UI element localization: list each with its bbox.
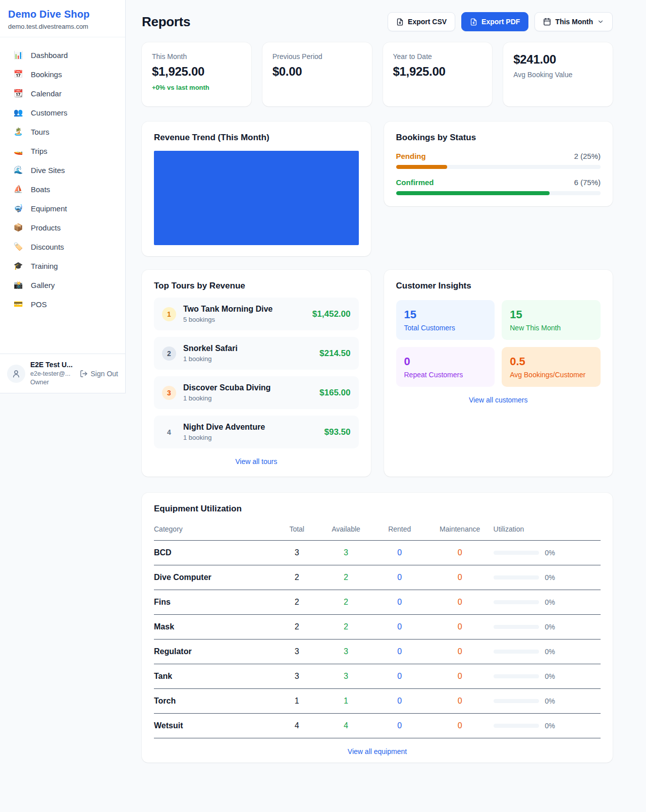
cell-utilization: 0% bbox=[494, 590, 601, 615]
col-header-rented: Rented bbox=[373, 519, 426, 541]
cell-total: 3 bbox=[275, 664, 319, 689]
tour-row: 1 Two Tank Morning Dive 5 bookings $1,45… bbox=[154, 298, 359, 330]
utilization-percent: 0% bbox=[545, 697, 555, 705]
stat-card-this-month: This Month $1,925.00 +0% vs last month bbox=[142, 42, 251, 106]
view-all-tours-link[interactable]: View all tours bbox=[154, 457, 359, 466]
sidebar-item-equipment[interactable]: 🤿Equipment bbox=[0, 199, 125, 218]
rank-badge: 4 bbox=[162, 425, 176, 439]
cell-maintenance: 0 bbox=[426, 640, 494, 664]
cell-available: 3 bbox=[319, 640, 372, 664]
cell-total: 3 bbox=[275, 640, 319, 664]
status-count: 2 (25%) bbox=[574, 152, 601, 160]
table-row: Dive Computer 2 2 0 0 0% bbox=[154, 565, 601, 590]
export-csv-button[interactable]: Export CSV bbox=[388, 12, 455, 31]
sidebar-item-customers[interactable]: 👥Customers bbox=[0, 103, 125, 122]
sidebar-item-label: Dashboard bbox=[31, 51, 68, 60]
cell-maintenance: 0 bbox=[426, 565, 494, 590]
cell-available: 1 bbox=[319, 689, 372, 714]
bookings-by-status-card: Bookings by Status Pending 2 (25%) Confi… bbox=[384, 122, 613, 206]
sidebar-item-label: Dive Sites bbox=[31, 166, 65, 175]
status-label: Confirmed bbox=[396, 178, 434, 187]
sidebar-item-label: Trips bbox=[31, 147, 47, 155]
insight-tile-repeat-customers: 0 Repeat Customers bbox=[396, 347, 495, 387]
cell-rented: 0 bbox=[373, 689, 426, 714]
cell-available: 2 bbox=[319, 615, 372, 640]
insight-label: New This Month bbox=[510, 324, 593, 332]
stat-label: This Month bbox=[152, 52, 241, 61]
insight-value: 0.5 bbox=[510, 355, 593, 368]
export-pdf-button[interactable]: Export PDF bbox=[461, 12, 528, 31]
stat-label: Avg Booking Value bbox=[513, 71, 603, 79]
equipment-utilization-card: Equipment Utilization Category Total Ava… bbox=[142, 493, 613, 763]
table-row: Regulator 3 3 0 0 0% bbox=[154, 640, 601, 664]
sidebar-item-pos[interactable]: 💳POS bbox=[0, 295, 125, 314]
stat-value: $241.00 bbox=[513, 52, 603, 67]
user-name: E2E Test U... bbox=[30, 360, 73, 370]
sidebar-item-trips[interactable]: 🚤Trips bbox=[0, 141, 125, 160]
cell-utilization: 0% bbox=[494, 565, 601, 590]
insight-value: 15 bbox=[510, 308, 593, 321]
progress-fill bbox=[396, 165, 447, 169]
sidebar-item-label: Equipment bbox=[31, 204, 67, 213]
tour-revenue: $214.50 bbox=[319, 349, 350, 359]
sidebar-item-bookings[interactable]: 📅Bookings bbox=[0, 65, 125, 84]
insight-value: 15 bbox=[404, 308, 487, 321]
sidebar-item-boats[interactable]: ⛵Boats bbox=[0, 180, 125, 199]
sidebar-item-discounts[interactable]: 🏷️Discounts bbox=[0, 237, 125, 256]
export-pdf-label: Export PDF bbox=[481, 18, 520, 26]
col-header-utilization: Utilization bbox=[494, 519, 601, 541]
cell-utilization: 0% bbox=[494, 664, 601, 689]
tour-row: 3 Discover Scuba Diving 1 booking $165.0… bbox=[154, 376, 359, 409]
sign-out-button[interactable]: Sign Out bbox=[80, 370, 118, 378]
insight-label: Total Customers bbox=[404, 324, 487, 332]
equipment-icon: 🤿 bbox=[13, 204, 23, 213]
sidebar-item-gallery[interactable]: 📸Gallery bbox=[0, 275, 125, 295]
cell-category: BCD bbox=[154, 541, 275, 565]
period-select[interactable]: This Month bbox=[534, 12, 613, 31]
stat-card-avg-booking-value: $241.00 Avg Booking Value bbox=[503, 42, 613, 106]
revenue-trend-card: Revenue Trend (This Month) bbox=[142, 122, 371, 256]
cell-utilization: 0% bbox=[494, 714, 601, 738]
page-title: Reports bbox=[142, 14, 190, 30]
cell-utilization: 0% bbox=[494, 689, 601, 714]
utilization-percent: 0% bbox=[545, 648, 555, 656]
sidebar-item-calendar[interactable]: 📆Calendar bbox=[0, 84, 125, 103]
sidebar-item-label: Products bbox=[31, 223, 61, 232]
sidebar-item-dashboard[interactable]: 📊Dashboard bbox=[0, 45, 125, 65]
sidebar-item-label: POS bbox=[31, 300, 47, 309]
sidebar-item-label: Tours bbox=[31, 128, 49, 136]
view-all-customers-link[interactable]: View all customers bbox=[396, 396, 601, 404]
cell-available: 3 bbox=[319, 541, 372, 565]
table-row: Fins 2 2 0 0 0% bbox=[154, 590, 601, 615]
sidebar-item-tours[interactable]: 🏝️Tours bbox=[0, 122, 125, 141]
sign-out-label: Sign Out bbox=[91, 370, 118, 378]
sidebar-item-dive-sites[interactable]: 🌊Dive Sites bbox=[0, 160, 125, 180]
shop-name: Demo Dive Shop bbox=[8, 9, 117, 20]
utilization-track bbox=[494, 650, 539, 654]
revenue-trend-title: Revenue Trend (This Month) bbox=[154, 133, 359, 143]
calendar-icon bbox=[543, 18, 551, 26]
utilization-percent: 0% bbox=[545, 623, 555, 631]
dive-sites-icon: 🌊 bbox=[13, 165, 23, 175]
utilization-track bbox=[494, 674, 539, 678]
table-row: Torch 1 1 0 0 0% bbox=[154, 689, 601, 714]
table-row: BCD 3 3 0 0 0% bbox=[154, 541, 601, 565]
utilization-track bbox=[494, 724, 539, 728]
user-email: e2e-tester@... bbox=[30, 370, 73, 378]
view-all-equipment-link[interactable]: View all equipment bbox=[154, 747, 601, 756]
avatar bbox=[7, 365, 25, 383]
stat-delta: +0% vs last month bbox=[152, 84, 241, 91]
sidebar-item-label: Discounts bbox=[31, 243, 64, 251]
main-content: Reports Export CSV Export PDF This Month… bbox=[126, 0, 646, 778]
training-icon: 🎓 bbox=[13, 261, 23, 270]
person-icon bbox=[12, 369, 21, 378]
file-icon bbox=[470, 18, 477, 26]
cell-category: Wetsuit bbox=[154, 714, 275, 738]
cell-available: 4 bbox=[319, 714, 372, 738]
sidebar-item-products[interactable]: 📦Products bbox=[0, 218, 125, 237]
cell-category: Torch bbox=[154, 689, 275, 714]
sidebar-item-training[interactable]: 🎓Training bbox=[0, 256, 125, 275]
sidebar-item-label: Training bbox=[31, 262, 58, 270]
progress-track bbox=[396, 191, 601, 195]
tours-icon: 🏝️ bbox=[13, 127, 23, 136]
